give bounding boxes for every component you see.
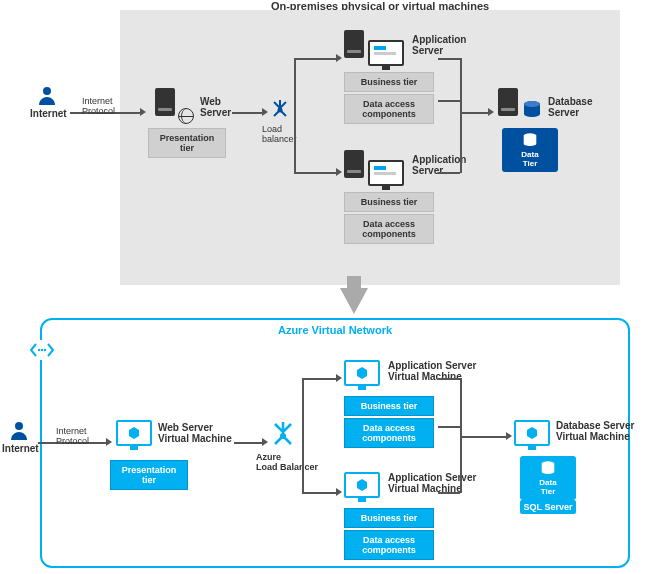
code-tag-icon [28,340,56,360]
data-access-box: Data access components [344,530,434,560]
svg-marker-9 [129,427,139,439]
arrow [232,112,262,114]
person-icon [36,85,58,109]
data-access-box: Data access components [344,94,434,124]
arrow-head [262,438,268,446]
db-server-vm-label: Database Server Virtual Machine [556,420,634,442]
arrow [438,378,460,380]
presentation-tier-box: Presentation tier [110,460,188,490]
arrow-head [488,108,494,116]
data-access-box: Data access components [344,214,434,244]
arrow [460,58,462,173]
web-server-vm-label: Web Server Virtual Machine [158,422,232,444]
business-tier-box: Business tier [344,508,434,528]
monitor-icon [116,420,152,446]
arrow-head [336,168,342,176]
load-balancer-label: Load balancer [262,124,297,144]
arrow [438,172,460,174]
arrow [438,492,460,494]
arrow [302,442,304,492]
data-tier-box: Data Tier [502,128,558,172]
arrow [438,58,460,60]
person-icon [8,420,30,444]
arrow [460,112,488,114]
app-server-vm-label: Application Server Virtual Machine [388,472,476,494]
arrow [234,442,262,444]
arrow [294,172,336,174]
server-icon [344,30,364,58]
arrow-head [336,488,342,496]
azure-lb-label: Azure Load Balancer [256,452,318,472]
app-server-vm-label: Application Server Virtual Machine [388,360,476,382]
azure-load-balancer-icon [270,420,296,452]
server-icon [155,88,175,116]
arrow-head [140,108,146,116]
arrow [302,378,336,380]
svg-point-7 [44,349,46,351]
arrow-head [336,374,342,382]
web-server-label: Web Server [200,96,231,118]
sql-server-label: SQL Server [520,500,576,514]
migration-arrow-icon [340,288,368,314]
server-icon [498,88,518,116]
internet-label: Internet [2,443,39,454]
svg-point-6 [41,349,43,351]
business-tier-box: Business tier [344,192,434,212]
arrow [302,378,304,443]
load-balancer-icon [270,98,290,124]
presentation-tier-box: Presentation tier [148,128,226,158]
arrow [438,426,460,428]
arrow [294,58,336,60]
business-tier-box: Business tier [344,72,434,92]
svg-point-3 [524,101,540,107]
azure-network-title: Azure Virtual Network [42,324,628,336]
arrow [460,436,506,438]
monitor-icon [368,40,404,66]
app-server-label: Application Server [412,34,466,56]
arrow [302,492,336,494]
globe-icon [178,108,194,124]
svg-point-0 [43,87,51,95]
data-tier-box: Data Tier [520,456,576,500]
svg-marker-12 [357,479,367,491]
svg-marker-11 [357,367,367,379]
svg-point-8 [15,422,23,430]
internet-protocol-label: Internet Protocol [56,426,89,446]
arrow-head [262,108,268,116]
arrow [294,112,296,172]
arrow-head [336,54,342,62]
svg-marker-13 [527,427,537,439]
arrow [438,100,460,102]
monitor-icon [514,420,550,446]
monitor-icon [368,160,404,186]
svg-point-1 [278,108,283,113]
db-server-label: Database Server [548,96,592,118]
data-access-box: Data access components [344,418,434,448]
monitor-icon [344,472,380,498]
business-tier-box: Business tier [344,396,434,416]
svg-point-5 [38,349,40,351]
arrow [294,58,296,112]
monitor-icon [344,360,380,386]
svg-point-10 [280,433,286,439]
database-icon [522,100,542,122]
internet-protocol-label: Internet Protocol [82,96,115,116]
server-icon [344,150,364,178]
arrow-head [506,432,512,440]
internet-label: Internet [30,108,67,119]
arrow-head [106,438,112,446]
